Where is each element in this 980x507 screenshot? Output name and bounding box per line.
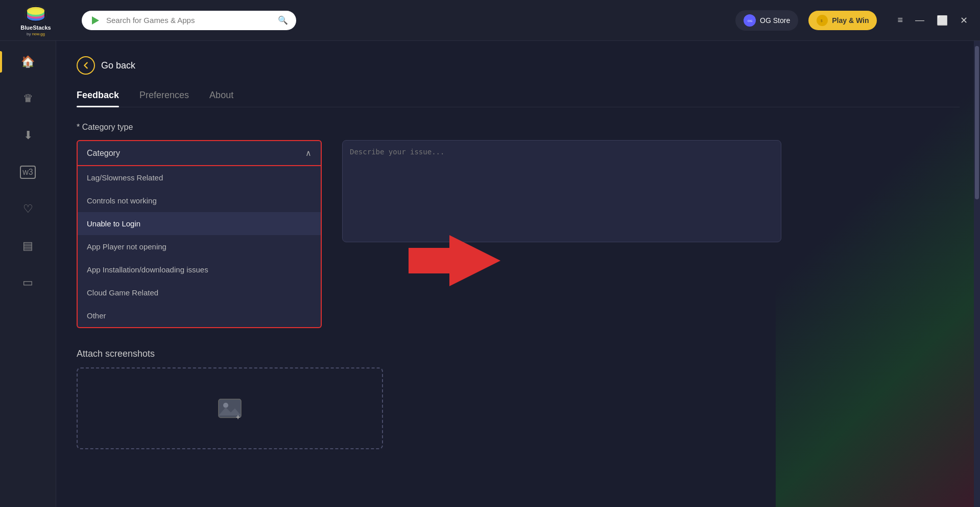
dropdown-list: Lag/Slowness Related Controls not workin… bbox=[77, 166, 322, 328]
dropdown-item-other[interactable]: Other bbox=[78, 304, 321, 327]
tab-preferences[interactable]: Preferences bbox=[139, 90, 189, 107]
w3-icon: w3 bbox=[20, 166, 35, 179]
sidebar-item-layers[interactable]: ▤ bbox=[0, 235, 56, 257]
dropdown-item-cloud-game[interactable]: Cloud Game Related bbox=[78, 281, 321, 304]
dropdown-item-lag[interactable]: Lag/Slowness Related bbox=[78, 166, 321, 189]
go-back-text: Go back bbox=[101, 60, 135, 71]
play-store-icon bbox=[90, 15, 101, 26]
search-button[interactable]: 🔍 bbox=[278, 15, 288, 25]
dropdown-item-app-install[interactable]: App Installation/downloading issues bbox=[78, 258, 321, 281]
attach-label: Attach screenshots bbox=[77, 349, 960, 359]
sidebar-item-favorites[interactable]: ♡ bbox=[0, 198, 56, 220]
category-type-label: * Category type bbox=[77, 123, 960, 132]
home-icon: 🏠 bbox=[21, 55, 35, 68]
download-icon: ⬇ bbox=[23, 129, 33, 142]
topbar: BlueStacks by now.gg 🔍 OG OG Store $ Pla… bbox=[0, 0, 980, 41]
form-row: Category ∧ Lag/Slowness Related Controls… bbox=[77, 140, 960, 338]
tabs-container: Feedback Preferences About bbox=[77, 90, 960, 107]
bluestacks-subtext: by now.gg bbox=[27, 32, 45, 36]
scrollbar-thumb[interactable] bbox=[975, 46, 979, 199]
tab-about[interactable]: About bbox=[209, 90, 233, 107]
play-win-icon: $ bbox=[817, 15, 828, 26]
main-content: Go back Feedback Preferences About * Cat… bbox=[56, 41, 980, 507]
attach-box[interactable]: + bbox=[77, 367, 383, 449]
sidebar-item-crown[interactable]: ♛ bbox=[0, 88, 56, 109]
maximize-button[interactable]: ⬜ bbox=[935, 13, 950, 28]
og-icon-svg: OG bbox=[746, 16, 754, 25]
window-controls: ≡ — ⬜ ✕ bbox=[895, 13, 970, 28]
bluestacks-logo-icon bbox=[23, 4, 49, 25]
og-store-label: OG Store bbox=[760, 16, 790, 25]
sidebar-item-tablet[interactable]: ▭ bbox=[0, 272, 56, 293]
svg-point-4 bbox=[27, 7, 44, 15]
svg-marker-5 bbox=[92, 16, 99, 25]
attach-section: Attach screenshots + bbox=[77, 349, 960, 449]
description-textarea[interactable] bbox=[342, 140, 781, 242]
sidebar-item-home[interactable]: 🏠 bbox=[0, 51, 56, 73]
chevron-up-icon: ∧ bbox=[305, 148, 312, 158]
play-win-label: Play & Win bbox=[832, 16, 869, 25]
image-upload-icon: + bbox=[218, 396, 242, 421]
svg-point-12 bbox=[223, 403, 228, 408]
tab-feedback[interactable]: Feedback bbox=[77, 90, 119, 107]
dropdown-item-app-player[interactable]: App Player not opening bbox=[78, 235, 321, 258]
play-win-button[interactable]: $ Play & Win bbox=[808, 11, 877, 30]
description-area-wrapper bbox=[342, 140, 781, 338]
dropdown-item-login[interactable]: Unable to Login bbox=[78, 212, 321, 235]
svg-text:$: $ bbox=[821, 18, 823, 22]
back-arrow-icon bbox=[81, 61, 90, 70]
dropdown-selected-value: Category bbox=[87, 149, 120, 158]
svg-text:+: + bbox=[236, 413, 240, 421]
coin-icon: $ bbox=[818, 16, 826, 25]
minimize-button[interactable]: — bbox=[913, 13, 926, 28]
search-input[interactable] bbox=[106, 16, 273, 25]
crown-icon: ♛ bbox=[23, 92, 33, 105]
og-store-icon: OG bbox=[744, 14, 756, 27]
dropdown-header[interactable]: Category ∧ bbox=[77, 140, 322, 166]
category-dropdown-container: Category ∧ Lag/Slowness Related Controls… bbox=[77, 140, 322, 328]
dropdown-item-controls[interactable]: Controls not working bbox=[78, 189, 321, 212]
svg-text:OG: OG bbox=[748, 19, 753, 22]
sidebar-item-download[interactable]: ⬇ bbox=[0, 125, 56, 146]
close-button[interactable]: ✕ bbox=[958, 13, 970, 28]
search-bar: 🔍 bbox=[82, 11, 296, 30]
heart-icon: ♡ bbox=[23, 202, 33, 216]
layers-icon: ▤ bbox=[22, 239, 33, 252]
bluestacks-text: BlueStacks bbox=[20, 25, 51, 31]
scrollbar bbox=[974, 41, 980, 507]
go-back-icon bbox=[77, 56, 95, 75]
sidebar: 🏠 ♛ ⬇ w3 ♡ ▤ ▭ bbox=[0, 41, 56, 507]
sidebar-item-w3[interactable]: w3 bbox=[0, 162, 56, 183]
logo: BlueStacks by now.gg bbox=[10, 4, 61, 36]
og-store-button[interactable]: OG OG Store bbox=[735, 10, 798, 31]
tablet-icon: ▭ bbox=[22, 276, 33, 289]
go-back[interactable]: Go back bbox=[77, 56, 960, 75]
hamburger-menu-button[interactable]: ≡ bbox=[895, 13, 905, 28]
